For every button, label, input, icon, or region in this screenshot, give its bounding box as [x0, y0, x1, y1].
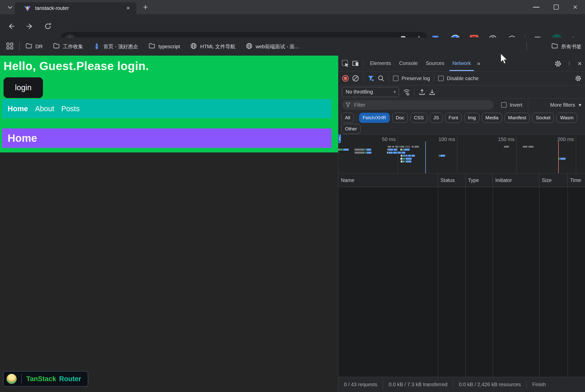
- devtools-tab-elements[interactable]: Elements: [366, 56, 395, 72]
- section-bar: Home: [2, 128, 332, 148]
- more-filters-button[interactable]: More filters ▾: [550, 102, 581, 108]
- folder-icon: [25, 42, 32, 51]
- waterfall-bar: [406, 158, 412, 160]
- disable-cache-checkbox[interactable]: [438, 76, 444, 81]
- waterfall-bar: [414, 146, 419, 148]
- devtools-tab-network[interactable]: Network: [448, 56, 475, 72]
- devtools-tab-sources[interactable]: Sources: [422, 56, 448, 72]
- export-har-icon[interactable]: [427, 87, 437, 97]
- back-icon[interactable]: [6, 21, 17, 32]
- column-header-time[interactable]: Time: [568, 173, 585, 187]
- bookmark-item-4[interactable]: HTML 文件导航: [190, 42, 235, 51]
- tanstack-router-devtools-badge[interactable]: TanStack Router: [3, 371, 88, 387]
- nav-link-about[interactable]: About: [35, 105, 54, 113]
- waterfall-bar: [389, 149, 393, 151]
- bookmark-item-2[interactable]: 首页 - 顶好惠企: [93, 42, 138, 51]
- column-header-name[interactable]: Name: [338, 173, 438, 187]
- chip-wasm[interactable]: Wasm: [556, 113, 577, 123]
- chip-js[interactable]: JS: [430, 113, 442, 123]
- devtools-menu-icon[interactable]: ⋮: [567, 59, 572, 69]
- column-separator: [539, 187, 540, 377]
- apps-grid-icon[interactable]: [6, 42, 14, 51]
- column-separator: [568, 187, 568, 377]
- network-overview-timeline[interactable]: 50 ms100 ms150 ms200 ms: [338, 134, 585, 173]
- chip-doc[interactable]: Doc: [392, 113, 408, 123]
- page-nav: HomeAboutPosts: [2, 99, 332, 118]
- more-tabs-icon[interactable]: »: [475, 60, 482, 67]
- bookmarks-bar: DR工作收集首页 - 顶好惠企typescriptHTML 文件导航web前端面…: [0, 37, 585, 56]
- new-tab-button[interactable]: +: [143, 3, 148, 12]
- invert-checkbox[interactable]: [501, 102, 507, 108]
- timeline-drag-handle[interactable]: [338, 134, 341, 143]
- chip-img[interactable]: Img: [464, 113, 479, 123]
- waterfall-bar: [339, 149, 339, 151]
- reload-icon[interactable]: [42, 21, 54, 32]
- nav-link-home[interactable]: Home: [8, 105, 28, 113]
- bookmark-item-5[interactable]: web前端面试 - 面...: [246, 42, 299, 51]
- waterfall-bar: [355, 149, 365, 151]
- globe-icon: [246, 42, 253, 51]
- waterfall-bar: [401, 155, 402, 157]
- forward-icon[interactable]: [24, 21, 35, 32]
- waterfall-bar: [399, 146, 400, 148]
- statusbar-segment: 0.0 kB / 2,426 kB resources: [459, 382, 521, 387]
- chip-socket[interactable]: Socket: [532, 113, 554, 123]
- devtools-tab-bar: ElementsConsoleSourcesNetwork » ⋮ ×: [338, 56, 585, 72]
- device-toolbar-icon[interactable]: [350, 58, 361, 68]
- waterfall-bar: [388, 146, 391, 148]
- chip-separator: [356, 114, 357, 122]
- chip-media[interactable]: Media: [482, 113, 502, 123]
- column-header-size[interactable]: Size: [539, 173, 568, 187]
- nav-link-posts[interactable]: Posts: [61, 105, 80, 113]
- disable-cache-label: Disable cache: [447, 76, 479, 81]
- record-network-log-icon[interactable]: [340, 73, 350, 83]
- waterfall-bar: [412, 146, 414, 148]
- load-event-marker: [558, 142, 559, 173]
- close-window-button[interactable]: ×: [573, 3, 577, 11]
- chip-manifest[interactable]: Manifest: [505, 113, 530, 123]
- column-header-initiator[interactable]: Initiator: [493, 173, 539, 187]
- tab-search-chevron-icon[interactable]: [6, 4, 14, 11]
- bookmark-item-3[interactable]: typescript: [148, 42, 180, 51]
- search-icon[interactable]: [376, 73, 386, 83]
- column-header-status[interactable]: Status: [438, 173, 465, 187]
- network-conditions-icon[interactable]: [402, 87, 412, 97]
- import-har-icon[interactable]: [417, 87, 427, 97]
- maximize-button[interactable]: [554, 5, 559, 10]
- preserve-log-checkbox[interactable]: [393, 76, 399, 81]
- filter-placeholder: Filter: [354, 102, 365, 108]
- column-header-type[interactable]: Type: [465, 173, 493, 187]
- chip-fetch-xhr[interactable]: Fetch/XHR: [359, 113, 390, 123]
- devtools-close-icon[interactable]: ×: [576, 60, 584, 68]
- waterfall-bar: [404, 155, 406, 157]
- bookmark-item-1[interactable]: 工作收集: [53, 42, 83, 51]
- filter-input[interactable]: Filter: [342, 100, 494, 110]
- network-toolbar: Preserve log Disable cache: [338, 72, 585, 85]
- request-type-chips: AllFetch/XHRDocCSSJSFontImgMediaManifest…: [338, 111, 585, 134]
- settings-gear-icon[interactable]: [553, 59, 563, 69]
- chip-font[interactable]: Font: [445, 113, 462, 123]
- column-separator: [438, 187, 438, 377]
- vite-favicon-icon: [24, 5, 31, 12]
- chip-css[interactable]: CSS: [410, 113, 427, 123]
- waterfall-bar: [411, 155, 415, 157]
- waterfall-bar: [404, 160, 405, 163]
- filter-funnel-icon[interactable]: [366, 73, 376, 83]
- inspect-element-icon[interactable]: [340, 58, 350, 68]
- window-controls: ×: [533, 0, 585, 14]
- all-bookmarks-button[interactable]: 所有书签: [551, 42, 581, 51]
- devtools-tab-console[interactable]: Console: [395, 56, 422, 72]
- bookmark-item-0[interactable]: DR: [25, 42, 43, 51]
- browser-tab[interactable]: tanstack-router ×: [15, 2, 136, 14]
- tab-close-icon[interactable]: ×: [126, 5, 130, 11]
- devtools-tabbar-actions: ⋮ ×: [553, 56, 584, 72]
- network-settings-gear-icon[interactable]: [573, 73, 583, 83]
- invert-label: Invert: [510, 102, 522, 108]
- throttling-dropdown[interactable]: No throttling ▾: [342, 87, 399, 97]
- clear-network-log-icon[interactable]: [350, 73, 361, 83]
- chip-other[interactable]: Other: [341, 124, 361, 134]
- login-button[interactable]: login: [4, 77, 43, 98]
- minimize-button[interactable]: [533, 7, 540, 8]
- chip-all[interactable]: All: [341, 113, 354, 123]
- request-table-body[interactable]: [338, 187, 585, 377]
